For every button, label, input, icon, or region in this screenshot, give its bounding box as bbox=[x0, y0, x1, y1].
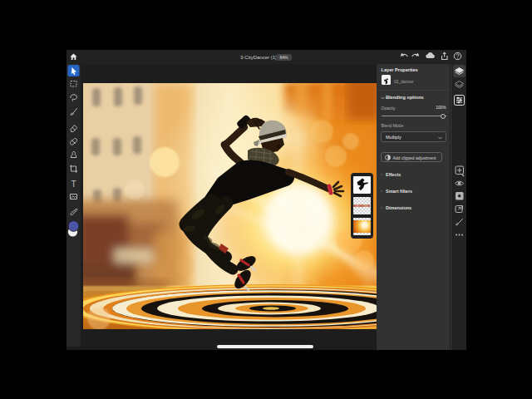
svg-text:T: T bbox=[71, 180, 76, 189]
